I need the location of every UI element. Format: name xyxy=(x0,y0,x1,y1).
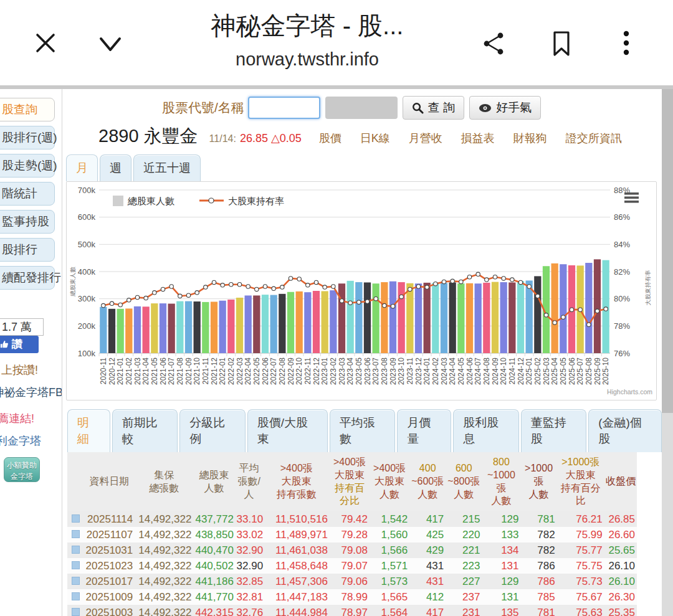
cell-value: 26.10 xyxy=(604,574,637,589)
table-tab-9[interactable]: (金融)個股 xyxy=(588,409,662,452)
table-tab-6[interactable]: 月價量 xyxy=(397,409,451,452)
stock-link[interactable]: 財報狗 xyxy=(513,131,547,146)
share-icon[interactable] xyxy=(482,31,507,59)
x-axis-label: 2020-11 xyxy=(99,358,108,384)
period-tab-3[interactable]: 近五十週 xyxy=(133,154,201,181)
table-tab-2[interactable]: 前期比較 xyxy=(112,409,178,452)
close-icon[interactable] xyxy=(34,31,57,57)
row-select-icon[interactable] xyxy=(72,514,80,523)
cell-value: 133 xyxy=(482,527,520,543)
stock-link[interactable]: 證交所資訊 xyxy=(566,131,622,146)
x-axis-label: 2020-12 xyxy=(108,358,117,385)
fb-like-widget: 1.7 萬 讚 上按讚! 神祕金字塔FB 薦連結! 利金字塔 小額贊助 金字塔 xyxy=(0,318,62,482)
row-select-icon[interactable] xyxy=(72,577,80,585)
stock-link[interactable]: 損益表 xyxy=(461,131,495,146)
table-row: 2025100314,492,322442,31532.7611,444,984… xyxy=(67,605,637,616)
stock-price-change: 26.85 △0.05 xyxy=(240,131,302,145)
donate-button[interactable]: 小額贊助 金字塔 xyxy=(4,457,40,482)
sidebar-nav: 股查詢股排行(週)股走勢(週)階統計監事持股股排行續配發排行 xyxy=(0,89,62,290)
row-select-icon[interactable] xyxy=(72,561,80,569)
table-tab-7[interactable]: 股利股息 xyxy=(453,409,518,452)
row-select-icon[interactable] xyxy=(72,608,80,616)
cell-value: 221 xyxy=(446,543,482,558)
cell-value: 440,470 xyxy=(193,543,234,558)
cell-value: 79.08 xyxy=(330,543,370,558)
row-select-icon[interactable] xyxy=(72,592,80,600)
stock-search-input[interactable] xyxy=(248,97,320,119)
cell-value: 26.10 xyxy=(604,558,637,574)
stock-code-name: 2890 永豐金 xyxy=(98,124,198,149)
row-select-icon[interactable] xyxy=(72,530,80,538)
x-axis-label: 2025-09 xyxy=(593,358,602,385)
shareholder-chart-card: 700k88%600k86%500k84%400k82%300k80%200k7… xyxy=(66,181,657,400)
stock-link[interactable]: 股價 xyxy=(319,131,341,146)
cell-value: 26.30 xyxy=(604,589,637,605)
svg-text:86%: 86% xyxy=(614,212,630,222)
table-tab-3[interactable]: 分級比例 xyxy=(179,409,245,452)
sidebar-item[interactable]: 股排行 xyxy=(0,238,55,262)
x-axis-label: 2021-10 xyxy=(193,358,201,385)
sidebar-item[interactable]: 階統計 xyxy=(0,182,55,206)
lucky-button[interactable]: 好手氣 xyxy=(469,96,541,120)
cell-value: 438,850 xyxy=(193,527,234,543)
kebab-menu-icon[interactable] xyxy=(621,30,631,60)
svg-text:80%: 80% xyxy=(614,294,630,303)
table-tab-8[interactable]: 董監持股 xyxy=(521,409,586,452)
svg-text:700k: 700k xyxy=(78,186,96,195)
scrollbar-thumb[interactable] xyxy=(662,89,673,413)
period-tab-2[interactable]: 週 xyxy=(100,154,131,181)
x-axis-label: 2021-09 xyxy=(184,358,193,385)
chart-menu-icon[interactable] xyxy=(624,192,639,203)
column-header: 600~800張人數 xyxy=(446,452,482,511)
x-axis-label: 2021-06 xyxy=(159,358,168,385)
cell-value: 75.67 xyxy=(557,589,604,605)
column-header: >400張大股東持有張數 xyxy=(264,452,330,511)
cell-value: 25.65 xyxy=(604,543,637,558)
cell-value: 75.73 xyxy=(557,574,604,589)
svg-text:總股東人數: 總股東人數 xyxy=(69,267,76,296)
x-axis-label: 2023-04 xyxy=(346,358,355,385)
chevron-down-icon[interactable] xyxy=(98,34,123,57)
sidebar-item[interactable]: 續配發排行 xyxy=(0,266,55,290)
x-axis-label: 2024-09 xyxy=(491,358,500,385)
column-header: 800~1000張人數 xyxy=(482,452,520,511)
cell-value: 1,565 xyxy=(370,589,409,605)
row-select-icon[interactable] xyxy=(72,546,80,554)
sidebar-item[interactable]: 股排行(週) xyxy=(0,126,55,149)
period-tab-1[interactable]: 月 xyxy=(66,154,98,181)
cell-date: 20251031 xyxy=(84,543,135,558)
sidebar-fb-link[interactable]: 神祕金字塔FB xyxy=(0,385,62,400)
column-header: 平均張數/人 xyxy=(235,452,264,511)
cell-value: 79.07 xyxy=(330,558,370,574)
table-tab-4[interactable]: 股價/大股東 xyxy=(247,409,328,452)
cell-date: 20251003 xyxy=(84,605,135,616)
stock-link[interactable]: 月營收 xyxy=(409,131,442,146)
bookmark-icon[interactable] xyxy=(550,30,573,60)
sidebar-item[interactable]: 股走勢(週) xyxy=(0,154,55,178)
stock-link[interactable]: 日K線 xyxy=(360,131,390,146)
cell-total-shares: 14,492,322 xyxy=(135,574,193,589)
sidebar-item[interactable]: 股查詢 xyxy=(0,98,55,121)
stock-links: 股價日K線月營收損益表財報狗證交所資訊 xyxy=(319,131,622,146)
sidebar-pyramid-link[interactable]: 利金字塔 xyxy=(0,434,62,448)
x-axis-label: 2021-12 xyxy=(210,358,219,385)
table-tab-1[interactable]: 明細 xyxy=(67,409,110,452)
cell-value: 76.21 xyxy=(557,511,604,527)
fb-like-count: 1.7 萬 xyxy=(0,318,44,336)
fb-like-button[interactable]: 讚 xyxy=(0,336,39,353)
page-url[interactable]: norway.twsthr.info xyxy=(133,49,482,70)
x-axis-label: 2022-09 xyxy=(287,358,295,385)
cell-value: 1,564 xyxy=(370,605,409,616)
cell-value: 223 xyxy=(446,558,482,574)
cell-value: 417 xyxy=(409,511,446,527)
query-button[interactable]: 查 詢 xyxy=(403,96,464,120)
table-tab-5[interactable]: 平均張數 xyxy=(330,409,395,452)
x-axis-label: 2025-08 xyxy=(585,358,593,385)
cell-value: 79.28 xyxy=(330,527,370,543)
svg-text:76%: 76% xyxy=(614,349,630,358)
x-axis-label: 2024-12 xyxy=(517,358,525,385)
x-axis-label: 2025-05 xyxy=(559,358,568,385)
page-scrollbar[interactable] xyxy=(662,89,673,616)
x-axis-label: 2021-07 xyxy=(167,358,176,385)
sidebar-item[interactable]: 監事持股 xyxy=(0,210,55,234)
